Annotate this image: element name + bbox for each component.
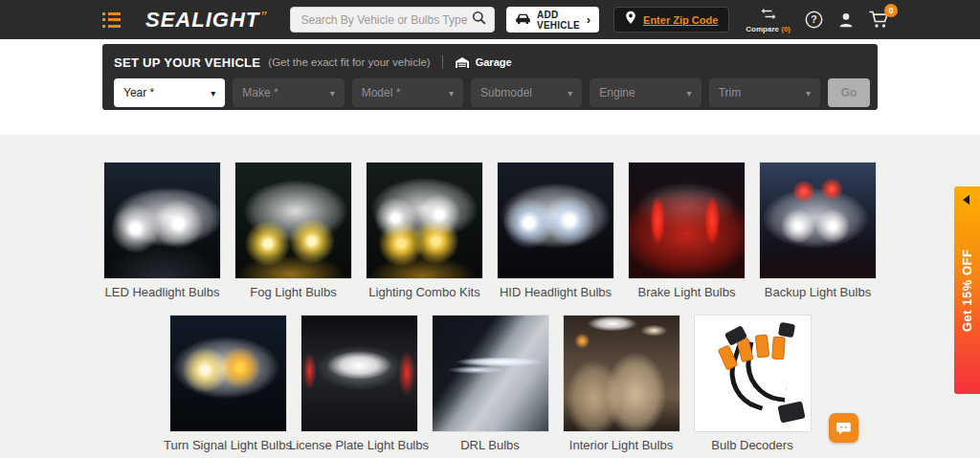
top-header: SEALIGHT’’ ADD VEHICLE › Enter Zip Code … [0,0,980,39]
submodel-select-label: Submodel [480,86,532,99]
vehicle-setup-panel: SET UP YOUR VEHICLE (Get the exact fit f… [102,44,878,110]
chat-button[interactable] [829,413,858,443]
promo-label: Get 15% OFF [954,186,980,394]
model-select-label: Model * [362,86,401,99]
chevron-down-icon: ▾ [568,88,572,98]
make-select-label: Make * [242,86,278,99]
category-image [234,162,352,279]
trim-select-label: Trim [719,86,742,99]
engine-select[interactable]: Engine▾ [590,78,701,107]
promo-ribbon[interactable]: Get 15% OFF [954,186,980,394]
category-tile-lighting-combo[interactable]: Lighting Combo Kits [366,162,483,300]
category-label: Turn Signal Light Bulbs [156,438,301,453]
svg-text:?: ? [811,13,816,25]
menu-icon[interactable] [102,12,121,28]
chevron-down-icon: ▾ [806,88,811,98]
garage-icon [455,56,470,69]
compare-count: (0) [781,25,791,33]
category-label: Backup Light Bulbs [746,285,890,300]
category-tile-backup-light[interactable]: Backup Light Bulbs [759,162,877,300]
category-label: Brake Light Bulbs [614,285,759,300]
year-select-label: Year * [123,86,154,99]
logo-accent: ’’ [260,10,266,23]
chevron-down-icon: ▾ [449,88,454,98]
category-image [497,162,614,279]
category-tile-turn-signal[interactable]: Turn Signal Light Bulbs [169,315,287,453]
category-tile-license-plate[interactable]: License Plate Light Bulbs [301,315,418,453]
chevron-down-icon: ▾ [687,88,692,98]
go-button[interactable]: Go [828,78,870,107]
category-grid: LED Headlight Bulbs Fog Light Bulbs Ligh… [0,135,980,458]
search-bar[interactable] [290,7,495,33]
category-label: License Plate Light Bulbs [287,438,432,453]
cart-count-badge: 0 [884,4,898,17]
divider [442,55,443,69]
enter-zip-button[interactable]: Enter Zip Code [613,7,729,33]
add-vehicle-button[interactable]: ADD VEHICLE › [506,7,599,33]
garage-label: Garage [476,56,512,68]
category-image [432,315,549,432]
category-tile-fog-light[interactable]: Fog Light Bulbs [234,162,352,300]
user-icon [837,11,855,29]
category-image [563,315,680,432]
make-select[interactable]: Make *▾ [233,78,344,107]
category-image [103,162,221,279]
search-icon[interactable] [472,11,486,29]
cart-button[interactable]: 0 [869,11,890,29]
category-label: Interior Light Bulbs [549,438,694,453]
chat-bubble-icon [835,421,852,436]
garage-link[interactable]: Garage [455,56,512,69]
account-button[interactable] [837,11,855,29]
category-tile-interior-light[interactable]: Interior Light Bulbs [563,315,680,453]
category-label: DRL Bulbs [418,438,563,453]
category-tile-bulb-decoders[interactable]: Bulb Decoders [694,315,812,453]
category-label: Lighting Combo Kits [352,285,497,300]
category-image [759,162,877,279]
trim-select[interactable]: Trim▾ [709,78,820,107]
compare-arrows-icon [760,7,777,24]
category-label: LED Headlight Bulbs [90,285,234,300]
category-tile-hid-headlight[interactable]: HID Headlight Bulbs [497,162,614,300]
help-button[interactable]: ? [805,11,823,29]
search-input[interactable] [301,13,472,27]
category-label: Fog Light Bulbs [221,285,366,300]
chevron-down-icon: ▾ [330,88,335,98]
sealight-logo[interactable]: SEALIGHT’’ [145,8,265,33]
chevron-down-icon: ▾ [211,88,215,98]
category-image [301,315,418,432]
engine-select-label: Engine [599,86,635,99]
submodel-select[interactable]: Submodel▾ [471,78,582,107]
compare-button[interactable]: Compare (0) [746,7,791,33]
year-select[interactable]: Year *▾ [114,78,225,107]
category-image [694,315,812,432]
category-tile-brake-light[interactable]: Brake Light Bulbs [628,162,746,300]
compare-label: Compare [746,25,779,33]
chevron-right-icon: › [587,12,590,27]
setup-title: SET UP YOUR VEHICLE [114,55,260,70]
category-tile-led-headlight[interactable]: LED Headlight Bulbs [103,162,221,300]
question-mark-icon: ? [805,11,823,29]
category-label: HID Headlight Bulbs [483,285,628,300]
logo-text: SEALIGHT [145,8,259,32]
category-image [628,162,746,279]
category-image [366,162,483,279]
setup-subtitle: (Get the exact fit for your vehicle) [268,56,430,68]
car-icon [515,11,531,29]
category-label: Bulb Decoders [680,438,825,453]
enter-zip-label: Enter Zip Code [643,14,718,26]
model-select[interactable]: Model *▾ [352,78,463,107]
category-tile-drl[interactable]: DRL Bulbs [432,315,549,453]
location-pin-icon [625,11,636,29]
category-image [169,315,287,432]
add-vehicle-label: ADD VEHICLE [537,10,587,31]
